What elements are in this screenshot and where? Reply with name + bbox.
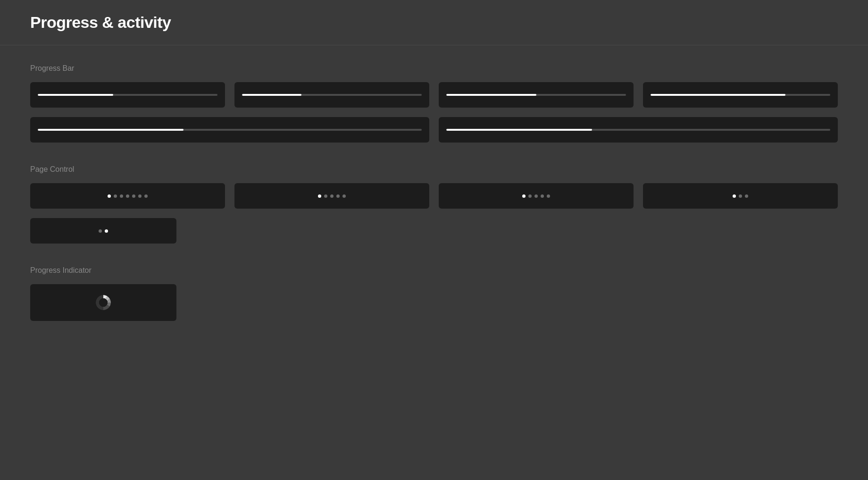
page-control-4 xyxy=(643,183,838,209)
page-control-label: Page Control xyxy=(30,165,838,174)
page-control-1 xyxy=(30,183,225,209)
progress-bar-label: Progress Bar xyxy=(30,64,838,73)
dot xyxy=(547,194,550,198)
spinner-icon xyxy=(96,295,111,310)
progress-track-1 xyxy=(38,94,217,96)
progress-bar-3 xyxy=(439,82,634,108)
page-control-5 xyxy=(30,218,176,244)
page-title: Progress & activity xyxy=(30,13,171,32)
page-control-row-2 xyxy=(30,218,838,244)
main-content: Progress Bar xyxy=(0,45,868,362)
progress-track-4 xyxy=(651,94,830,96)
dot xyxy=(534,194,538,198)
dots-row-3 xyxy=(522,194,550,198)
progress-track-5 xyxy=(38,129,422,131)
progress-bar-2 xyxy=(234,82,429,108)
progress-bar-section: Progress Bar xyxy=(30,64,838,143)
progress-fill-6 xyxy=(446,129,592,131)
dot-active xyxy=(318,194,321,198)
dot-active xyxy=(522,194,526,198)
dots-row-2 xyxy=(318,194,346,198)
dots-row-1 xyxy=(108,194,148,198)
progress-bar-5 xyxy=(30,117,429,143)
progress-bar-6 xyxy=(439,117,838,143)
dot xyxy=(528,194,532,198)
dot xyxy=(126,194,129,198)
progress-fill-3 xyxy=(446,94,536,96)
progress-indicator-section: Progress Indicator xyxy=(30,266,838,321)
page-control-section: Page Control xyxy=(30,165,838,244)
progress-fill-5 xyxy=(38,129,184,131)
page-control-2 xyxy=(234,183,429,209)
progress-track-2 xyxy=(242,94,422,96)
progress-fill-4 xyxy=(651,94,785,96)
dot-active xyxy=(105,229,108,233)
dot xyxy=(330,194,334,198)
dot xyxy=(114,194,117,198)
progress-fill-1 xyxy=(38,94,113,96)
page-header: Progress & activity xyxy=(0,0,868,45)
progress-bar-1 xyxy=(30,82,225,108)
dots-row-5 xyxy=(99,229,108,233)
page-control-3 xyxy=(439,183,634,209)
dot xyxy=(132,194,135,198)
progress-bar-4 xyxy=(643,82,838,108)
progress-track-6 xyxy=(446,129,830,131)
dot xyxy=(342,194,346,198)
dot xyxy=(138,194,142,198)
dot xyxy=(541,194,544,198)
dot xyxy=(120,194,123,198)
progress-indicator-label: Progress Indicator xyxy=(30,266,838,275)
dot xyxy=(336,194,340,198)
progress-track-3 xyxy=(446,94,626,96)
page-control-row-1 xyxy=(30,183,838,209)
dots-row-4 xyxy=(733,194,748,198)
dot xyxy=(739,194,742,198)
dot xyxy=(144,194,148,198)
dot-active xyxy=(733,194,736,198)
dot xyxy=(745,194,748,198)
progress-bar-row-2 xyxy=(30,117,838,143)
dot xyxy=(99,229,102,233)
progress-bar-row-1 xyxy=(30,82,838,108)
progress-indicator-container xyxy=(30,284,176,321)
dot xyxy=(324,194,327,198)
dot-active xyxy=(108,194,111,198)
progress-fill-2 xyxy=(242,94,301,96)
